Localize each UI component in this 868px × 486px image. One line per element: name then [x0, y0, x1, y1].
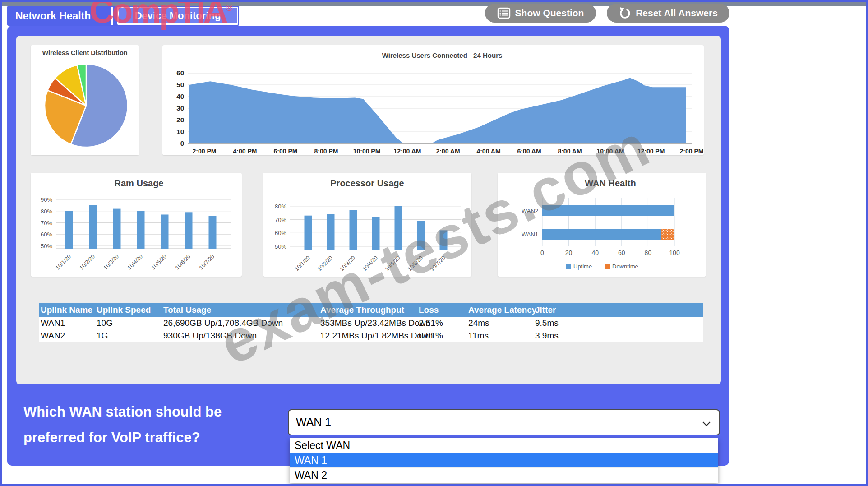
svg-text:WAN2: WAN2	[522, 208, 538, 214]
tab-network-health[interactable]: Network Health	[7, 6, 91, 26]
option-wan-1[interactable]: WAN 1	[290, 453, 718, 468]
wan-select[interactable]: WAN 1	[288, 409, 720, 435]
svg-text:4:00 PM: 4:00 PM	[233, 148, 257, 155]
question-line-1: Which WAN station should be	[23, 399, 285, 425]
tab-device-monitoring[interactable]: Device Monitoring	[117, 7, 238, 25]
ram-bar-chart-svg: Ram Usage50%60%70%80%90%10/1/2010/2/2010…	[31, 173, 242, 277]
col-average-latency: Average Latency	[468, 303, 536, 317]
col-uplink-speed: Uplink Speed	[97, 303, 151, 317]
svg-text:80: 80	[645, 249, 652, 256]
svg-text:WAN1: WAN1	[522, 231, 538, 238]
svg-text:0: 0	[540, 249, 544, 256]
cell-value: 930GB Up/138GB Down	[163, 329, 257, 342]
tab-bar: Network Health Device Monitoring	[7, 6, 239, 26]
svg-text:Downtime: Downtime	[612, 263, 638, 270]
svg-text:10/6/20: 10/6/20	[174, 253, 192, 271]
show-question-button[interactable]: Show Question	[485, 4, 596, 23]
cell-value: 11ms	[468, 329, 489, 342]
frame-right	[866, 0, 868, 486]
uplink-table-header-row: Uplink Name Uplink Speed Total Usage Ave…	[39, 303, 703, 317]
svg-text:10/7/20: 10/7/20	[198, 253, 216, 271]
col-loss: Loss	[419, 303, 439, 317]
frame-top	[0, 0, 868, 2]
col-average-throughput: Average Throughput	[320, 303, 404, 317]
svg-text:10:00 AM: 10:00 AM	[597, 148, 624, 155]
svg-text:Wireless Users Connected - 24: Wireless Users Connected - 24 Hours	[382, 51, 503, 59]
reset-icon	[619, 7, 631, 19]
svg-text:2:00 PM: 2:00 PM	[680, 148, 704, 155]
svg-text:12:00 PM: 12:00 PM	[637, 148, 665, 155]
svg-text:90%: 90%	[41, 196, 52, 203]
exam-simulation-page: Network Health Device Monitoring Show Qu…	[0, 0, 868, 486]
svg-text:70%: 70%	[41, 220, 52, 227]
cell-value: WAN2	[41, 329, 65, 342]
svg-text:70%: 70%	[275, 217, 286, 223]
ram-usage-card: Ram Usage50%60%70%80%90%10/1/2010/2/2010…	[31, 173, 242, 277]
svg-text:10/5/20: 10/5/20	[150, 253, 168, 271]
wan-health-chart-svg: WAN Health020406080100WAN2WAN1UptimeDown…	[498, 173, 706, 277]
frame-bottom	[0, 484, 868, 486]
svg-text:Ram Usage: Ram Usage	[115, 178, 164, 188]
col-uplink-name: Uplink Name	[41, 303, 92, 317]
svg-text:Processor Usage: Processor Usage	[330, 178, 404, 188]
svg-text:10: 10	[176, 128, 184, 135]
svg-text:10/3/20: 10/3/20	[339, 255, 356, 272]
question-text: Which WAN station should be preferred fo…	[23, 399, 285, 450]
cell-value: 10G	[97, 317, 113, 329]
question-list-icon	[497, 7, 511, 19]
frame-left	[0, 0, 2, 486]
svg-text:10/2/20: 10/2/20	[78, 253, 96, 271]
svg-text:6:00 AM: 6:00 AM	[517, 148, 541, 155]
pie-chart-svg: Wireless Client Distribution	[31, 45, 139, 155]
question-line-2: preferred for VoIP traffice?	[23, 425, 285, 450]
wan-select-options: Select WAN WAN 1 WAN 2	[290, 438, 718, 483]
cell-value: 2.51%	[419, 317, 443, 329]
cell-value: 353MBs Up/23.42MBs Down	[320, 317, 430, 329]
svg-text:10/1/20: 10/1/20	[55, 253, 72, 271]
reset-all-answers-button[interactable]: Reset All Answers	[607, 4, 729, 23]
svg-text:100: 100	[669, 249, 680, 256]
svg-text:60: 60	[618, 249, 625, 256]
option-wan-2[interactable]: WAN 2	[290, 468, 718, 483]
svg-text:10/3/20: 10/3/20	[102, 253, 120, 271]
svg-text:10:00 PM: 10:00 PM	[353, 148, 381, 155]
cell-value: 26,690GB Up/1,708.4GB Down	[163, 317, 283, 329]
svg-text:10/4/20: 10/4/20	[126, 253, 144, 271]
svg-text:40: 40	[176, 93, 184, 100]
reset-all-answers-label: Reset All Answers	[636, 8, 718, 19]
wan-health-card: WAN Health020406080100WAN2WAN1UptimeDown…	[498, 173, 706, 277]
cell-value: 3.9ms	[535, 329, 559, 342]
processor-usage-card: Processor Usage50%60%70%80%10/1/2010/2/2…	[263, 173, 471, 277]
svg-text:10/1/20: 10/1/20	[294, 255, 311, 272]
table-row-wan1: WAN1 10G 26,690GB Up/1,708.4GB Down 353M…	[39, 317, 703, 329]
show-question-label: Show Question	[515, 8, 584, 19]
svg-text:50: 50	[176, 81, 184, 88]
wan-select-value: WAN 1	[296, 410, 331, 434]
svg-text:10/5/20: 10/5/20	[384, 255, 402, 272]
table-row-wan2: WAN2 1G 930GB Up/138GB Down 12.21MBs Up/…	[39, 329, 703, 342]
svg-text:2:00 AM: 2:00 AM	[436, 148, 460, 155]
svg-text:Uptime: Uptime	[573, 263, 592, 270]
svg-text:30: 30	[176, 104, 184, 112]
svg-text:40: 40	[591, 249, 599, 256]
processor-bar-chart-svg: Processor Usage50%60%70%80%10/1/2010/2/2…	[263, 173, 471, 277]
top-strip	[2, 2, 866, 6]
svg-text:12:00 AM: 12:00 AM	[394, 148, 421, 155]
tab-separator	[111, 7, 113, 25]
tab-device-monitoring-label: Device Monitoring	[135, 10, 221, 22]
cell-value: 0.01%	[419, 329, 443, 342]
svg-text:60%: 60%	[275, 230, 286, 236]
cell-value: 1G	[97, 329, 108, 342]
svg-text:50%: 50%	[41, 243, 52, 250]
svg-text:6:00 PM: 6:00 PM	[274, 148, 298, 155]
wireless-client-distribution-card: Wireless Client Distribution	[31, 45, 139, 155]
col-total-usage: Total Usage	[163, 303, 211, 317]
cell-value: 12.21MBs Up/1.82MBs Down	[320, 329, 433, 342]
svg-text:50%: 50%	[275, 243, 286, 250]
svg-text:20: 20	[176, 116, 184, 124]
svg-text:Wireless Client Distribution: Wireless Client Distribution	[42, 49, 127, 56]
cell-value: 24ms	[468, 317, 489, 329]
option-select-wan[interactable]: Select WAN	[290, 438, 718, 453]
svg-text:10/7/20: 10/7/20	[429, 255, 447, 272]
col-jitter: Jitter	[535, 303, 556, 317]
